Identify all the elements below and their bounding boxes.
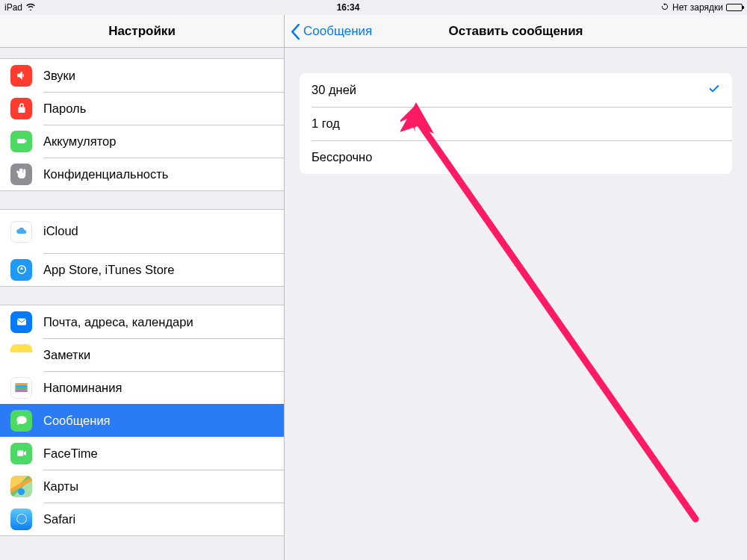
- option-label: Бессрочно: [311, 150, 372, 164]
- option-label: 1 год: [311, 116, 340, 131]
- device-label: iPad: [4, 2, 22, 13]
- status-time: 16:34: [337, 2, 360, 13]
- battery-icon: [10, 131, 32, 152]
- svg-line-7: [417, 119, 695, 519]
- messages-icon: [10, 410, 32, 432]
- item-label: Safari: [43, 512, 284, 526]
- item-label: Конфиденциальность: [43, 167, 284, 181]
- reminders-icon: [10, 377, 32, 399]
- keep-messages-options: 30 дней 1 год Бессрочно: [300, 73, 732, 174]
- item-label: Напоминания: [43, 381, 284, 395]
- sidebar-item-facetime[interactable]: FaceTime: [0, 437, 284, 470]
- detail-header: Сообщения Оставить сообщения: [285, 15, 747, 48]
- sidebar-item-passcode[interactable]: Пароль: [0, 92, 284, 125]
- svg-rect-1: [25, 140, 26, 143]
- appstore-icon: [10, 259, 32, 281]
- icloud-icon: [10, 221, 32, 243]
- option-forever[interactable]: Бессрочно: [300, 140, 732, 174]
- facetime-icon: [10, 443, 32, 464]
- sidebar-item-battery[interactable]: Аккумулятор: [0, 125, 284, 158]
- back-button[interactable]: Сообщения: [291, 15, 372, 48]
- sidebar-item-appstore[interactable]: App Store, iTunes Store: [0, 253, 284, 286]
- wifi-icon: [25, 2, 36, 13]
- item-label: Пароль: [43, 102, 284, 116]
- item-label: Почта, адреса, календари: [43, 315, 284, 329]
- svg-rect-3: [17, 319, 26, 326]
- svg-point-6: [17, 514, 26, 523]
- lock-icon: [10, 98, 32, 119]
- item-label: FaceTime: [43, 447, 284, 461]
- checkmark-icon: [708, 83, 720, 98]
- item-label: iCloud: [43, 224, 87, 239]
- sidebar-item-safari[interactable]: Safari: [0, 503, 284, 535]
- item-label: Сообщения: [43, 414, 284, 428]
- hand-icon: [10, 164, 32, 185]
- notes-icon: [10, 344, 32, 366]
- item-label: Карты: [43, 479, 284, 494]
- sidebar-header: Настройки: [0, 15, 284, 48]
- detail-title: Оставить сообщения: [448, 24, 583, 39]
- sidebar-item-maps[interactable]: Карты: [0, 470, 284, 503]
- option-1-year[interactable]: 1 год: [300, 107, 732, 140]
- sidebar-item-reminders[interactable]: Напоминания: [0, 371, 284, 404]
- maps-icon: [10, 476, 32, 497]
- item-label: Аккумулятор: [43, 134, 284, 149]
- chevron-left-icon: [291, 24, 300, 40]
- sidebar-item-mail[interactable]: Почта, адреса, календари: [0, 305, 284, 338]
- status-bar: iPad 16:34 Нет зарядки: [0, 0, 747, 15]
- option-30-days[interactable]: 30 дней: [300, 73, 732, 107]
- sidebar-title: Настройки: [108, 24, 176, 39]
- charge-label: Нет зарядки: [672, 2, 723, 13]
- item-label: Звуки: [43, 69, 284, 83]
- svg-rect-4: [17, 450, 23, 456]
- item-label: Заметки: [43, 348, 284, 362]
- sync-icon: [660, 2, 669, 13]
- sidebar-item-sounds[interactable]: Звуки: [0, 59, 284, 92]
- option-label: 30 дней: [311, 83, 356, 97]
- battery-icon: [726, 4, 743, 11]
- sidebar-item-notes[interactable]: Заметки: [0, 338, 284, 371]
- safari-icon: [10, 508, 32, 530]
- sidebar-item-messages[interactable]: Сообщения: [0, 404, 284, 437]
- item-label: App Store, iTunes Store: [43, 263, 284, 277]
- sidebar-item-privacy[interactable]: Конфиденциальность: [0, 158, 284, 190]
- sounds-icon: [10, 65, 32, 87]
- detail-pane: Сообщения Оставить сообщения 30 дней 1 г…: [285, 15, 747, 560]
- svg-rect-0: [17, 139, 25, 143]
- settings-sidebar: Настройки Звуки Пароль Аккумулятор: [0, 15, 285, 560]
- mail-icon: [10, 311, 32, 333]
- sidebar-item-icloud[interactable]: iCloud: [0, 210, 284, 253]
- back-label: Сообщения: [303, 24, 372, 39]
